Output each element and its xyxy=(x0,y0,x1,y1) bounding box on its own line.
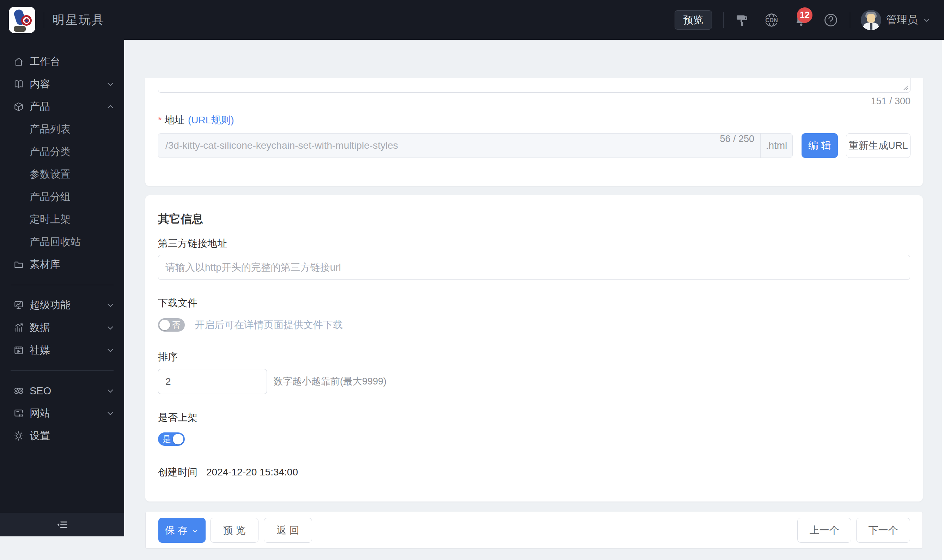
book-icon xyxy=(13,79,24,89)
url-card: 151 / 300 * 地址 (URL规则) 56 / 250 .html 编 … xyxy=(145,78,923,186)
notification-badge: 12 xyxy=(797,8,813,23)
top-header: 明星玩具 预览 CDN xyxy=(0,0,944,40)
bar-chart-icon xyxy=(13,323,24,333)
toggle-on-text: 是 xyxy=(163,432,171,446)
sidebar-item-materials[interactable]: 素材库 xyxy=(0,253,124,276)
sidebar-item-label: 网站 xyxy=(29,406,50,420)
cube-icon xyxy=(13,102,24,112)
toggle-knob xyxy=(173,434,184,445)
sidebar-item-scheduled-listing[interactable]: 定时上架 xyxy=(0,208,124,231)
third-party-label: 第三方链接地址 xyxy=(158,237,227,250)
header-divider xyxy=(850,12,850,28)
sidebar-item-super-features[interactable]: 超级功能 xyxy=(0,294,124,317)
app-logo[interactable] xyxy=(9,7,35,33)
download-label: 下载文件 xyxy=(158,296,197,310)
created-time-label: 创建时间 xyxy=(158,466,197,479)
paint-roller-icon[interactable] xyxy=(727,13,757,27)
gear-icon xyxy=(13,431,24,441)
sidebar-item-website[interactable]: 网站 xyxy=(0,402,124,425)
chevron-down-icon xyxy=(106,346,115,355)
sidebar-item-product[interactable]: 产品 xyxy=(0,95,124,118)
back-button[interactable]: 返 回 xyxy=(264,518,312,543)
sidebar-divider xyxy=(11,285,114,285)
created-time-row: 创建时间 2024-12-20 15:34:00 xyxy=(158,466,298,478)
user-name[interactable]: 管理员 xyxy=(886,13,918,27)
sidebar-collapse-button[interactable] xyxy=(0,513,124,536)
address-label-row: * 地址 (URL规则) xyxy=(158,114,234,126)
sidebar-item-seo[interactable]: SEO xyxy=(0,380,124,402)
atom-icon xyxy=(13,386,24,396)
chevron-down-icon xyxy=(191,527,199,535)
download-toggle[interactable]: 否 xyxy=(158,318,185,332)
folder-icon xyxy=(13,259,24,270)
url-input[interactable] xyxy=(158,134,760,157)
chevron-up-icon xyxy=(106,102,115,111)
chevron-down-icon xyxy=(106,301,115,310)
chevron-down-icon xyxy=(106,386,115,395)
url-suffix: .html xyxy=(760,134,792,157)
sidebar-item-content[interactable]: 内容 xyxy=(0,73,124,95)
toggle-knob xyxy=(159,320,170,330)
header-actions: 预览 CDN xyxy=(675,10,944,30)
app-title: 明星玩具 xyxy=(52,12,105,28)
address-label: 地址 xyxy=(165,114,184,127)
monitor-icon xyxy=(13,300,24,311)
previous-item-button[interactable]: 上一个 xyxy=(797,518,851,543)
cdn-label: CDN xyxy=(765,17,778,23)
on-shelf-label: 是否上架 xyxy=(158,411,197,424)
resize-handle-icon[interactable] xyxy=(901,83,909,91)
sidebar-item-label: 设置 xyxy=(29,429,50,443)
url-input-group: 56 / 250 .html xyxy=(158,133,793,158)
chevron-down-icon xyxy=(106,323,115,332)
regenerate-url-button[interactable]: 重新生成URL xyxy=(846,133,910,158)
sidebar-item-param-settings[interactable]: 参数设置 xyxy=(0,163,124,186)
section-title: 其它信息 xyxy=(158,211,203,227)
sort-label: 排序 xyxy=(158,350,178,364)
logo-base xyxy=(14,26,26,32)
chevron-down-icon xyxy=(106,80,115,89)
sidebar-item-product-recycle[interactable]: 产品回收站 xyxy=(0,231,124,253)
sidebar-item-workbench[interactable]: 工作台 xyxy=(0,51,124,73)
created-time-value: 2024-12-20 15:34:00 xyxy=(206,467,298,478)
preview-site-button[interactable]: 预览 xyxy=(675,10,712,29)
sidebar: 工作台 内容 产品 产品列表 产品分类 参数设置 产品分组 定时上架 xyxy=(0,40,124,536)
third-party-url-input[interactable] xyxy=(158,255,910,280)
sidebar-item-settings[interactable]: 设置 xyxy=(0,425,124,447)
url-row: 56 / 250 .html 编 辑 重新生成URL xyxy=(158,133,910,158)
home-icon xyxy=(13,56,24,67)
preview-button[interactable]: 预 览 xyxy=(210,518,259,543)
collapse-icon xyxy=(56,519,68,531)
main-content: 工作台 / 编辑产品 151 / 300 * 地址 (URL规则) 56 / 2… xyxy=(124,40,944,560)
scrollbar-track[interactable] xyxy=(942,40,944,560)
edit-url-button[interactable]: 编 辑 xyxy=(802,133,838,158)
on-shelf-toggle[interactable]: 是 xyxy=(158,432,185,446)
help-icon[interactable] xyxy=(816,13,845,28)
sidebar-item-social[interactable]: 社媒 xyxy=(0,339,124,362)
sidebar-item-label: 产品 xyxy=(29,100,50,114)
sidebar-item-data[interactable]: 数据 xyxy=(0,317,124,339)
action-bar: 保 存 预 览 返 回 上一个 下一个 xyxy=(145,512,923,549)
sort-input[interactable] xyxy=(158,369,267,394)
description-textarea[interactable] xyxy=(158,78,910,93)
sidebar-item-product-category[interactable]: 产品分类 xyxy=(0,141,124,163)
sidebar-item-label: 社媒 xyxy=(29,343,50,357)
chevron-down-icon[interactable] xyxy=(922,15,931,25)
avatar[interactable] xyxy=(861,10,881,30)
sidebar-item-label: 素材库 xyxy=(29,258,60,272)
sidebar-item-product-list[interactable]: 产品列表 xyxy=(0,118,124,141)
header-divider xyxy=(723,12,723,28)
toggle-off-text: 否 xyxy=(172,318,180,332)
sort-hint: 数字越小越靠前(最大9999) xyxy=(273,369,387,394)
sidebar-item-label: 工作台 xyxy=(29,55,60,69)
cdn-icon[interactable]: CDN xyxy=(757,12,787,28)
next-item-button[interactable]: 下一个 xyxy=(856,518,910,543)
save-button[interactable]: 保 存 xyxy=(158,518,205,543)
sidebar-item-product-group[interactable]: 产品分组 xyxy=(0,186,124,208)
sidebar-item-label: SEO xyxy=(29,385,51,397)
download-tip: 开启后可在详情页面提供文件下载 xyxy=(195,318,343,332)
app-root: 明星玩具 预览 CDN xyxy=(0,0,944,560)
textarea-counter: 151 / 300 xyxy=(871,96,910,107)
sidebar-item-label: 数据 xyxy=(29,321,50,335)
url-rule-link[interactable]: (URL规则) xyxy=(188,114,234,127)
notification-bell-icon[interactable]: 12 xyxy=(787,13,816,27)
